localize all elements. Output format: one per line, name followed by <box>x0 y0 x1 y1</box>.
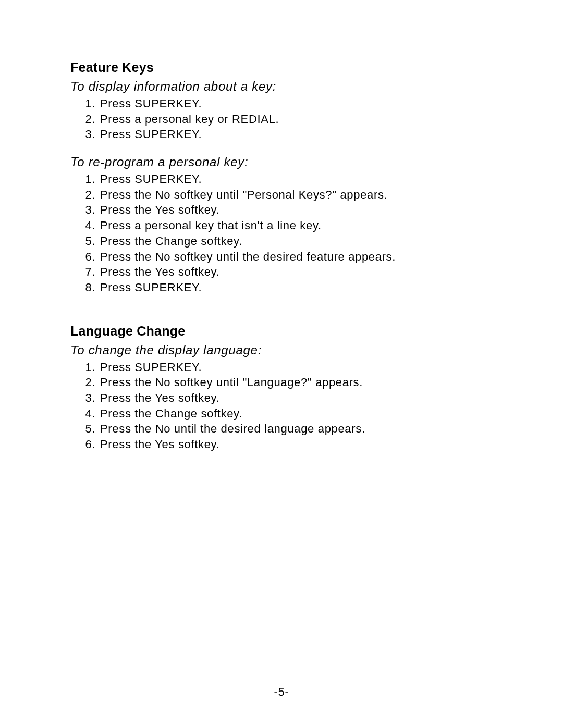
document-page: Feature Keys To display information abou… <box>0 0 563 728</box>
step-item: Press SUPERKEY. <box>99 96 500 112</box>
step-item: Press SUPERKEY. <box>99 360 500 375</box>
page-number: -5- <box>0 685 563 699</box>
step-list: Press SUPERKEY. Press the No softkey unt… <box>70 171 500 295</box>
subsection-heading: To re-program a personal key: <box>70 155 500 169</box>
step-item: Press the Yes softkey. <box>99 202 500 218</box>
step-item: Press a personal key that isn't a line k… <box>99 218 500 233</box>
subsection-heading: To change the display language: <box>70 343 500 357</box>
step-item: Press the Change softkey. <box>99 406 500 422</box>
step-item: Press the No softkey until the desired f… <box>99 249 500 265</box>
step-item: Press a personal key or REDIAL. <box>99 112 500 127</box>
step-item: Press SUPERKEY. <box>99 127 500 142</box>
step-list: Press SUPERKEY. Press a personal key or … <box>70 96 500 142</box>
subsection-heading: To display information about a key: <box>70 79 500 94</box>
step-item: Press the No until the desired language … <box>99 421 500 437</box>
step-item: Press the No softkey until "Personal Key… <box>99 187 500 203</box>
section-heading: Feature Keys <box>70 60 500 75</box>
step-item: Press the Yes softkey. <box>99 437 500 452</box>
section-spacer <box>70 308 500 324</box>
step-item: Press SUPERKEY. <box>99 280 500 295</box>
step-item: Press the Yes softkey. <box>99 264 500 280</box>
step-item: Press the Yes softkey. <box>99 390 500 406</box>
step-item: Press SUPERKEY. <box>99 171 500 187</box>
step-list: Press SUPERKEY. Press the No softkey unt… <box>70 360 500 452</box>
step-item: Press the Change softkey. <box>99 233 500 249</box>
step-item: Press the No softkey until "Language?" a… <box>99 375 500 390</box>
section-heading: Language Change <box>70 324 500 339</box>
